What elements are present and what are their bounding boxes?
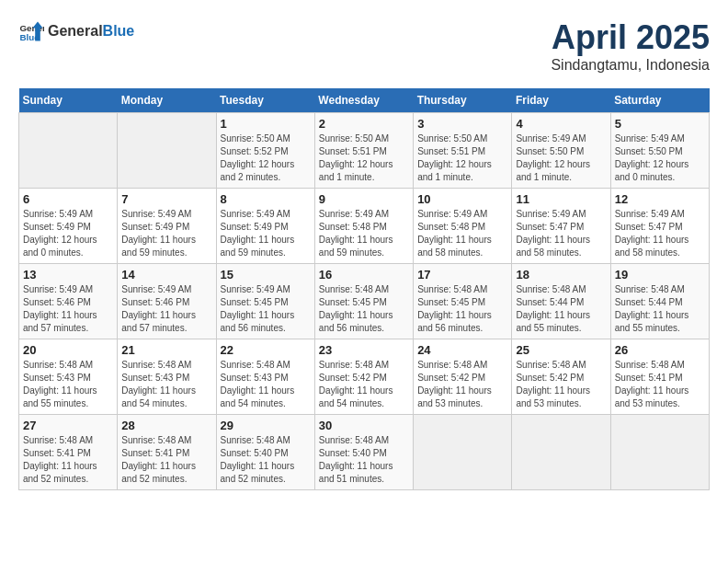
daylight-text: Daylight: 11 hours and 54 minutes. xyxy=(319,385,409,410)
day-number: 20 xyxy=(23,343,113,357)
day-number: 13 xyxy=(23,268,113,282)
sunset-text: Sunset: 5:45 PM xyxy=(221,296,311,309)
calendar-cell: 16 Sunrise: 5:48 AM Sunset: 5:45 PM Dayl… xyxy=(314,264,413,339)
day-number: 14 xyxy=(121,268,211,282)
calendar-subtitle: Sindangtamu, Indonesia xyxy=(551,57,710,74)
sunset-text: Sunset: 5:47 PM xyxy=(615,221,705,234)
day-detail: Sunrise: 5:49 AM Sunset: 5:48 PM Dayligh… xyxy=(319,208,409,259)
sunset-text: Sunset: 5:43 PM xyxy=(23,372,113,385)
daylight-text: Daylight: 11 hours and 57 minutes. xyxy=(23,309,113,335)
day-number: 8 xyxy=(221,192,311,206)
calendar-cell: 24 Sunrise: 5:48 AM Sunset: 5:42 PM Dayl… xyxy=(414,339,512,415)
day-number: 27 xyxy=(23,419,113,432)
sunrise-text: Sunrise: 5:48 AM xyxy=(319,359,409,372)
calendar-cell: 27 Sunrise: 5:48 AM Sunset: 5:41 PM Dayl… xyxy=(19,415,118,490)
calendar-title: April 2025 xyxy=(551,18,710,57)
sunrise-text: Sunrise: 5:49 AM xyxy=(23,208,113,221)
calendar-cell: 6 Sunrise: 5:49 AM Sunset: 5:49 PM Dayli… xyxy=(19,189,118,264)
sunset-text: Sunset: 5:51 PM xyxy=(417,145,507,158)
daylight-text: Daylight: 11 hours and 56 minutes. xyxy=(319,309,409,335)
day-detail: Sunrise: 5:48 AM Sunset: 5:41 PM Dayligh… xyxy=(121,434,211,486)
calendar-cell: 23 Sunrise: 5:48 AM Sunset: 5:42 PM Dayl… xyxy=(314,339,413,415)
sunset-text: Sunset: 5:40 PM xyxy=(319,447,409,460)
day-detail: Sunrise: 5:48 AM Sunset: 5:40 PM Dayligh… xyxy=(221,434,311,486)
sunset-text: Sunset: 5:43 PM xyxy=(221,372,311,385)
day-number: 3 xyxy=(417,117,507,131)
sunrise-text: Sunrise: 5:49 AM xyxy=(121,208,211,221)
sunset-text: Sunset: 5:45 PM xyxy=(319,296,409,309)
day-number: 9 xyxy=(319,192,409,206)
day-number: 1 xyxy=(221,117,311,131)
sunrise-text: Sunrise: 5:48 AM xyxy=(516,283,606,296)
sunset-text: Sunset: 5:42 PM xyxy=(319,372,409,385)
day-detail: Sunrise: 5:49 AM Sunset: 5:47 PM Dayligh… xyxy=(615,208,705,259)
day-detail: Sunrise: 5:49 AM Sunset: 5:50 PM Dayligh… xyxy=(516,132,606,184)
day-detail: Sunrise: 5:48 AM Sunset: 5:45 PM Dayligh… xyxy=(417,283,507,335)
day-number: 29 xyxy=(221,419,311,432)
sunset-text: Sunset: 5:50 PM xyxy=(516,145,606,158)
daylight-text: Daylight: 11 hours and 55 minutes. xyxy=(23,385,113,410)
calendar-cell: 2 Sunrise: 5:50 AM Sunset: 5:51 PM Dayli… xyxy=(314,113,413,189)
sunrise-text: Sunrise: 5:49 AM xyxy=(417,208,507,221)
sunrise-text: Sunrise: 5:49 AM xyxy=(23,283,113,296)
weekday-header-monday: Monday xyxy=(118,88,216,113)
daylight-text: Daylight: 11 hours and 59 minutes. xyxy=(221,234,311,259)
daylight-text: Daylight: 11 hours and 53 minutes. xyxy=(615,385,705,410)
day-detail: Sunrise: 5:48 AM Sunset: 5:42 PM Dayligh… xyxy=(319,359,409,410)
calendar-cell xyxy=(414,415,512,490)
day-number: 23 xyxy=(319,343,409,357)
daylight-text: Daylight: 11 hours and 54 minutes. xyxy=(121,385,211,410)
sunset-text: Sunset: 5:43 PM xyxy=(121,372,211,385)
daylight-text: Daylight: 11 hours and 55 minutes. xyxy=(516,309,606,335)
sunrise-text: Sunrise: 5:48 AM xyxy=(417,283,507,296)
day-number: 5 xyxy=(615,117,705,131)
sunrise-text: Sunrise: 5:48 AM xyxy=(417,359,507,372)
calendar-cell: 7 Sunrise: 5:49 AM Sunset: 5:49 PM Dayli… xyxy=(118,189,216,264)
day-number: 15 xyxy=(221,268,311,282)
week-row-3: 13 Sunrise: 5:49 AM Sunset: 5:46 PM Dayl… xyxy=(19,264,710,339)
title-section: April 2025 Sindangtamu, Indonesia xyxy=(551,18,710,74)
calendar-cell: 5 Sunrise: 5:49 AM Sunset: 5:50 PM Dayli… xyxy=(610,113,709,189)
day-detail: Sunrise: 5:49 AM Sunset: 5:46 PM Dayligh… xyxy=(121,283,211,335)
daylight-text: Daylight: 11 hours and 52 minutes. xyxy=(221,460,311,486)
day-number: 25 xyxy=(516,343,606,357)
daylight-text: Daylight: 11 hours and 56 minutes. xyxy=(417,309,507,335)
calendar-cell: 30 Sunrise: 5:48 AM Sunset: 5:40 PM Dayl… xyxy=(314,415,413,490)
day-detail: Sunrise: 5:48 AM Sunset: 5:42 PM Dayligh… xyxy=(516,359,606,410)
sunrise-text: Sunrise: 5:48 AM xyxy=(23,359,113,372)
sunrise-text: Sunrise: 5:48 AM xyxy=(319,434,409,447)
sunrise-text: Sunrise: 5:48 AM xyxy=(121,434,211,447)
daylight-text: Daylight: 11 hours and 53 minutes. xyxy=(516,385,606,410)
day-detail: Sunrise: 5:49 AM Sunset: 5:46 PM Dayligh… xyxy=(23,283,113,335)
day-detail: Sunrise: 5:48 AM Sunset: 5:43 PM Dayligh… xyxy=(23,359,113,410)
calendar-cell: 28 Sunrise: 5:48 AM Sunset: 5:41 PM Dayl… xyxy=(118,415,216,490)
day-detail: Sunrise: 5:48 AM Sunset: 5:44 PM Dayligh… xyxy=(516,283,606,335)
calendar-cell: 17 Sunrise: 5:48 AM Sunset: 5:45 PM Dayl… xyxy=(414,264,512,339)
logo-general-text: GeneralBlue xyxy=(48,23,134,40)
daylight-text: Daylight: 11 hours and 54 minutes. xyxy=(221,385,311,410)
day-number: 11 xyxy=(516,192,606,206)
sunset-text: Sunset: 5:44 PM xyxy=(615,296,705,309)
sunset-text: Sunset: 5:46 PM xyxy=(23,296,113,309)
sunrise-text: Sunrise: 5:48 AM xyxy=(121,359,211,372)
logo-icon: General Blue xyxy=(18,18,44,44)
sunrise-text: Sunrise: 5:49 AM xyxy=(615,208,705,221)
calendar-cell xyxy=(118,113,216,189)
week-row-2: 6 Sunrise: 5:49 AM Sunset: 5:49 PM Dayli… xyxy=(19,189,710,264)
sunrise-text: Sunrise: 5:48 AM xyxy=(23,434,113,447)
calendar-cell: 3 Sunrise: 5:50 AM Sunset: 5:51 PM Dayli… xyxy=(414,113,512,189)
day-number: 10 xyxy=(417,192,507,206)
day-number: 19 xyxy=(615,268,705,282)
sunrise-text: Sunrise: 5:48 AM xyxy=(516,359,606,372)
daylight-text: Daylight: 11 hours and 59 minutes. xyxy=(121,234,211,259)
calendar-table: SundayMondayTuesdayWednesdayThursdayFrid… xyxy=(18,88,710,490)
day-number: 22 xyxy=(221,343,311,357)
sunset-text: Sunset: 5:47 PM xyxy=(516,221,606,234)
sunset-text: Sunset: 5:45 PM xyxy=(417,296,507,309)
daylight-text: Daylight: 12 hours and 0 minutes. xyxy=(615,158,705,184)
day-detail: Sunrise: 5:49 AM Sunset: 5:50 PM Dayligh… xyxy=(615,132,705,184)
day-detail: Sunrise: 5:49 AM Sunset: 5:47 PM Dayligh… xyxy=(516,208,606,259)
sunset-text: Sunset: 5:46 PM xyxy=(121,296,211,309)
day-detail: Sunrise: 5:48 AM Sunset: 5:41 PM Dayligh… xyxy=(23,434,113,486)
day-detail: Sunrise: 5:49 AM Sunset: 5:49 PM Dayligh… xyxy=(221,208,311,259)
